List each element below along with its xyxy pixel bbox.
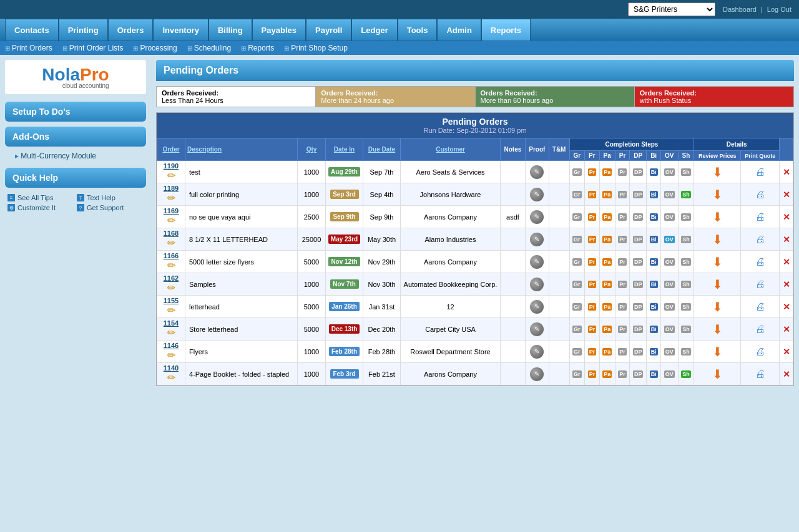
step-bi[interactable]: Bi xyxy=(650,258,658,266)
step-pr[interactable]: Pr xyxy=(588,258,597,266)
edit-pencil-icon[interactable]: ✏ xyxy=(167,305,175,316)
subnav-print-order-lists[interactable]: ⊞ Print Order Lists xyxy=(62,44,124,52)
print-icon[interactable]: 🖨 xyxy=(755,324,765,334)
step-dp[interactable]: DP xyxy=(633,281,644,288)
step-pr[interactable]: Pr xyxy=(618,213,627,221)
step-ov[interactable]: OV xyxy=(664,236,675,243)
step-pr[interactable]: Pr xyxy=(588,370,597,378)
delete-icon[interactable]: ✕ xyxy=(783,190,790,200)
nav-ledger[interactable]: Ledger xyxy=(351,19,397,41)
logout-link[interactable]: Log Out xyxy=(767,6,792,13)
qh-text-help[interactable]: T Text Help xyxy=(77,194,144,201)
edit-pencil-icon[interactable]: ✏ xyxy=(167,215,175,226)
download-icon[interactable]: ⬇ xyxy=(712,278,723,291)
subnav-reports[interactable]: ⊞ Reports xyxy=(241,44,274,52)
step-bi[interactable]: Bi xyxy=(650,191,658,198)
nav-payables[interactable]: Payables xyxy=(252,19,306,41)
step-bi[interactable]: Bi xyxy=(650,303,658,311)
proof-button[interactable] xyxy=(530,210,544,224)
step-pr[interactable]: Pr xyxy=(618,281,627,288)
step-pr[interactable]: Pr xyxy=(618,326,627,333)
step-sh[interactable]: Sh xyxy=(681,213,691,221)
proof-button[interactable] xyxy=(530,255,544,269)
step-pr[interactable]: Pr xyxy=(588,191,597,198)
delete-icon[interactable]: ✕ xyxy=(783,279,790,289)
step-pr[interactable]: Pr xyxy=(618,236,627,243)
print-icon[interactable]: 🖨 xyxy=(755,279,765,289)
edit-pencil-icon[interactable]: ✏ xyxy=(167,193,175,203)
step-gr[interactable]: Gr xyxy=(572,370,582,378)
qh-customize[interactable]: ⚙ Customize It xyxy=(7,204,74,211)
step-pa[interactable]: Pa xyxy=(602,213,612,221)
subnav-processing[interactable]: ⊞ Processing xyxy=(133,44,177,52)
step-pa[interactable]: Pa xyxy=(602,348,612,355)
print-icon[interactable]: 🖨 xyxy=(755,256,765,267)
delete-icon[interactable]: ✕ xyxy=(783,347,790,357)
edit-pencil-icon[interactable]: ✏ xyxy=(167,372,175,383)
step-pr[interactable]: Pr xyxy=(618,258,627,266)
subnav-scheduling[interactable]: ⊞ Scheduling xyxy=(187,44,231,52)
order-link[interactable]: 1190 xyxy=(164,162,179,170)
step-pa[interactable]: Pa xyxy=(602,326,612,333)
order-link[interactable]: 1162 xyxy=(164,274,179,282)
step-dp[interactable]: DP xyxy=(633,213,644,221)
step-ov[interactable]: OV xyxy=(664,191,675,198)
sort-description[interactable]: Description xyxy=(187,146,222,153)
step-pr[interactable]: Pr xyxy=(618,303,627,311)
step-gr[interactable]: Gr xyxy=(572,303,582,311)
download-icon[interactable]: ⬇ xyxy=(712,165,723,179)
step-pr[interactable]: Pr xyxy=(618,168,627,176)
step-pr[interactable]: Pr xyxy=(618,348,627,355)
step-sh[interactable]: Sh xyxy=(681,191,691,198)
delete-icon[interactable]: ✕ xyxy=(783,212,790,222)
nav-tools[interactable]: Tools xyxy=(398,19,438,41)
nav-contacts[interactable]: Contacts xyxy=(5,19,59,41)
sort-duedate[interactable]: Due Date xyxy=(368,146,395,153)
order-link[interactable]: 1168 xyxy=(164,230,179,237)
proof-button[interactable] xyxy=(530,345,544,359)
step-bi[interactable]: Bi xyxy=(650,326,658,333)
edit-pencil-icon[interactable]: ✏ xyxy=(167,260,175,271)
edit-pencil-icon[interactable]: ✏ xyxy=(167,170,175,181)
download-icon[interactable]: ⬇ xyxy=(712,210,723,224)
delete-icon[interactable]: ✕ xyxy=(783,167,790,177)
print-icon[interactable]: 🖨 xyxy=(755,301,765,312)
qh-get-support[interactable]: ? Get Support xyxy=(77,204,144,211)
step-ov[interactable]: OV xyxy=(664,370,675,378)
print-icon[interactable]: 🖨 xyxy=(755,211,765,222)
qh-see-all-tips[interactable]: ≡ See All Tips xyxy=(7,194,74,201)
step-ov[interactable]: OV xyxy=(664,303,675,311)
proof-button[interactable] xyxy=(530,278,544,291)
step-dp[interactable]: DP xyxy=(633,348,644,355)
print-icon[interactable]: 🖨 xyxy=(755,189,765,200)
step-pr[interactable]: Pr xyxy=(588,213,597,221)
order-link[interactable]: 1155 xyxy=(164,297,179,304)
step-bi[interactable]: Bi xyxy=(650,281,658,288)
proof-button[interactable] xyxy=(530,233,544,246)
step-sh[interactable]: Sh xyxy=(681,303,691,311)
proof-button[interactable] xyxy=(530,165,544,179)
step-dp[interactable]: DP xyxy=(633,258,644,266)
download-icon[interactable]: ⬇ xyxy=(712,233,723,246)
step-dp[interactable]: DP xyxy=(633,303,644,311)
step-sh[interactable]: Sh xyxy=(681,258,691,266)
step-dp[interactable]: DP xyxy=(633,191,644,198)
step-gr[interactable]: Gr xyxy=(572,258,582,266)
download-icon[interactable]: ⬇ xyxy=(712,300,723,314)
step-bi[interactable]: Bi xyxy=(650,168,658,176)
step-bi[interactable]: Bi xyxy=(650,236,658,243)
subnav-print-orders[interactable]: ⊞ Print Orders xyxy=(5,44,52,52)
step-dp[interactable]: DP xyxy=(633,326,644,333)
step-gr[interactable]: Gr xyxy=(572,348,582,355)
sort-qty[interactable]: Qty xyxy=(306,146,317,153)
edit-pencil-icon[interactable]: ✏ xyxy=(167,350,175,360)
step-sh[interactable]: Sh xyxy=(681,370,691,378)
step-sh[interactable]: Sh xyxy=(681,168,691,176)
step-sh[interactable]: Sh xyxy=(681,236,691,243)
step-ov[interactable]: OV xyxy=(664,168,675,176)
setup-todos-btn[interactable]: Setup To Do's xyxy=(5,102,146,122)
nav-orders[interactable]: Orders xyxy=(108,19,154,41)
step-pa[interactable]: Pa xyxy=(602,303,612,311)
step-pa[interactable]: Pa xyxy=(602,168,612,176)
print-icon[interactable]: 🖨 xyxy=(755,346,765,357)
